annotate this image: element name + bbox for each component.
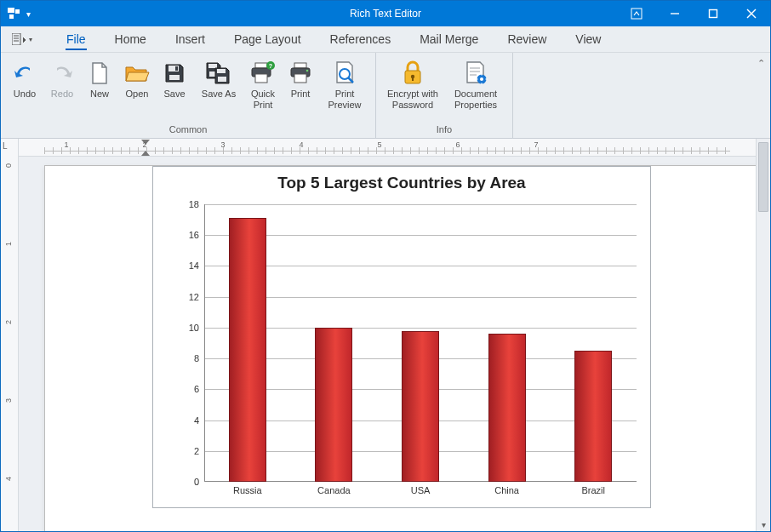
svg-text:?: ? (269, 63, 272, 69)
chart-title: Top 5 Largest Countries by Area (153, 174, 650, 192)
document-page: Top 5 Largest Countries by Area Total ar… (44, 165, 756, 531)
chart-y-tick-label: 0 (179, 477, 199, 487)
doc-properties-button[interactable]: Document Properties (444, 56, 507, 112)
redo-label: Redo (51, 89, 73, 100)
tab-mail-merge[interactable]: Mail Merge (405, 26, 493, 52)
ruler-tick: 6 (455, 140, 460, 149)
chart-bar (402, 331, 439, 482)
menu-tabs: FileHomeInsertPage LayoutReferencesMail … (52, 26, 615, 52)
doc-properties-label: Document Properties (444, 89, 507, 110)
vruler-tick: 2 (4, 320, 13, 324)
redo-icon (49, 60, 76, 87)
tab-page-layout[interactable]: Page Layout (220, 26, 316, 52)
chart-frame[interactable]: Top 5 Largest Countries by Area Total ar… (152, 166, 651, 508)
chart-gridline (205, 235, 637, 236)
chart-y-tick-label: 8 (179, 353, 199, 363)
ruler-tick: 7 (534, 140, 538, 149)
encrypt-label: Encrypt with Password (381, 89, 444, 110)
ribbon: ⌃ Undo Redo (1, 53, 770, 139)
close-button[interactable] (732, 1, 770, 26)
vruler-tick: 1 (4, 242, 13, 246)
chart-y-tick-label: 10 (179, 323, 199, 333)
ribbon-group-common: Undo Redo New (1, 53, 376, 138)
ruler-tick: 4 (299, 140, 303, 149)
svg-rect-10 (169, 75, 180, 80)
svg-rect-0 (631, 9, 642, 19)
tab-file[interactable]: File (52, 26, 100, 52)
print-label: Print (291, 89, 311, 100)
chart-y-tick-label: 6 (179, 384, 199, 394)
print-preview-button[interactable]: Print Preview (319, 56, 370, 112)
ruler-tick: 1 (64, 140, 68, 149)
lock-icon (399, 60, 426, 87)
ruler-tick: 2 (142, 140, 146, 149)
vruler-tick: 0 (4, 163, 13, 168)
ribbon-collapse-icon[interactable]: ⌃ (757, 58, 765, 69)
open-button[interactable]: Open (118, 56, 156, 112)
window-controls (617, 1, 770, 26)
new-file-icon (86, 60, 113, 87)
ribbon-group-info: Encrypt with Password Document Propertie… (376, 53, 513, 138)
scrollbar-down-icon[interactable]: ▾ (757, 520, 770, 529)
undo-label: Undo (14, 89, 36, 100)
ribbon-group-label-common: Common (1, 124, 375, 138)
quick-print-button[interactable]: ? Quick Print (244, 56, 282, 112)
svg-point-24 (306, 70, 309, 72)
doc-properties-icon (462, 60, 489, 87)
svg-rect-18 (255, 74, 267, 83)
save-label: Save (163, 89, 185, 100)
document-area: L 01234 1234567 Top 5 Largest Countries … (1, 139, 770, 531)
maximize-button[interactable] (694, 1, 732, 26)
undo-button[interactable]: Undo (6, 56, 43, 112)
chart-x-tick-label: China (494, 485, 519, 495)
vruler-tick: 3 (4, 398, 13, 403)
svg-rect-2 (709, 10, 717, 18)
chart-x-tick-label: Russia (233, 485, 262, 495)
vertical-ruler: L 01234 (1, 139, 19, 531)
chart-x-tick-label: Brazil (581, 485, 605, 495)
tab-references[interactable]: References (316, 26, 406, 52)
vruler-tick: 4 (4, 477, 13, 481)
svg-rect-23 (294, 74, 306, 83)
minimize-button[interactable] (655, 1, 694, 26)
encrypt-button[interactable]: Encrypt with Password (381, 56, 444, 112)
ruler-tick: 3 (220, 140, 225, 149)
ruler-indent-marker-icon[interactable] (141, 151, 150, 156)
tab-review[interactable]: Review (493, 26, 561, 52)
ribbon-options-button[interactable] (617, 1, 655, 26)
svg-rect-14 (217, 69, 226, 73)
horizontal-ruler: 1234567 (19, 139, 756, 157)
vertical-scrollbar[interactable]: ▾ (756, 139, 770, 531)
view-options-button[interactable]: ▾ (9, 26, 35, 52)
chart-x-tick-label: USA (411, 485, 431, 495)
chart-bar (574, 351, 612, 482)
print-preview-icon (331, 60, 358, 87)
save-as-button[interactable]: Save As (193, 56, 244, 112)
tab-home[interactable]: Home (100, 26, 161, 52)
ruler-corner: L (3, 141, 8, 151)
svg-rect-16 (255, 63, 267, 68)
new-label: New (90, 89, 109, 100)
svg-rect-29 (412, 77, 414, 81)
redo-button[interactable]: Redo (43, 56, 81, 112)
svg-rect-15 (218, 77, 226, 82)
menubar: ▾ FileHomeInsertPage LayoutReferencesMai… (1, 26, 770, 53)
chart-y-tick-label: 18 (179, 199, 199, 209)
print-button[interactable]: Print (282, 56, 319, 112)
save-button[interactable]: Save (156, 56, 193, 112)
scrollbar-thumb[interactable] (758, 142, 768, 212)
save-as-label: Save As (202, 89, 236, 100)
svg-rect-12 (208, 64, 217, 68)
app-logo-icon (8, 8, 21, 20)
chart-y-tick-label: 14 (179, 260, 199, 271)
document-canvas[interactable]: Top 5 Largest Countries by Area Total ar… (19, 157, 756, 531)
tab-view[interactable]: View (561, 26, 615, 52)
qat-dropdown-icon[interactable]: ▾ (26, 9, 31, 19)
quick-access-toolbar: ▾ (1, 8, 31, 20)
new-button[interactable]: New (81, 56, 118, 112)
tab-insert[interactable]: Insert (161, 26, 220, 52)
titlebar: ▾ Rich Text Editor (1, 1, 770, 26)
svg-point-34 (480, 77, 483, 81)
chart-bar (315, 328, 352, 482)
app-window: ▾ Rich Text Editor ▾ FileHomeInsertPage … (0, 0, 771, 532)
